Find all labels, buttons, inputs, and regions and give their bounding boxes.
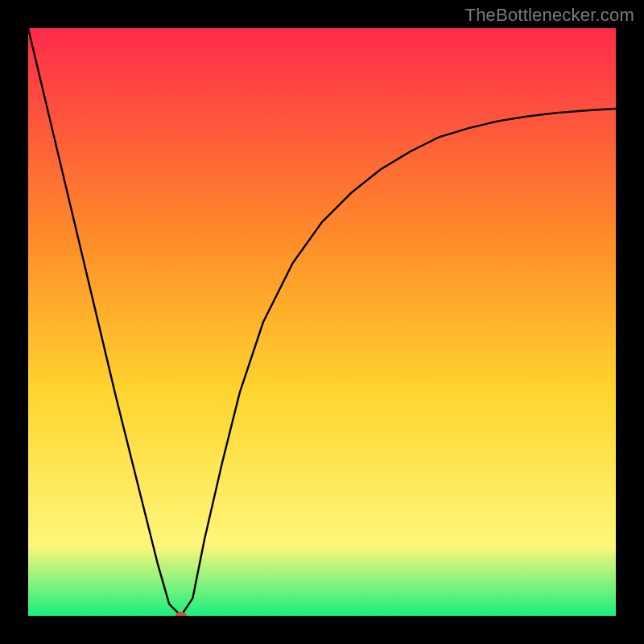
chart-frame: TheBottlenecker.com [0,0,644,644]
plot-area [28,28,616,616]
attribution-text: TheBottlenecker.com [465,5,634,26]
chart-svg [28,28,616,616]
